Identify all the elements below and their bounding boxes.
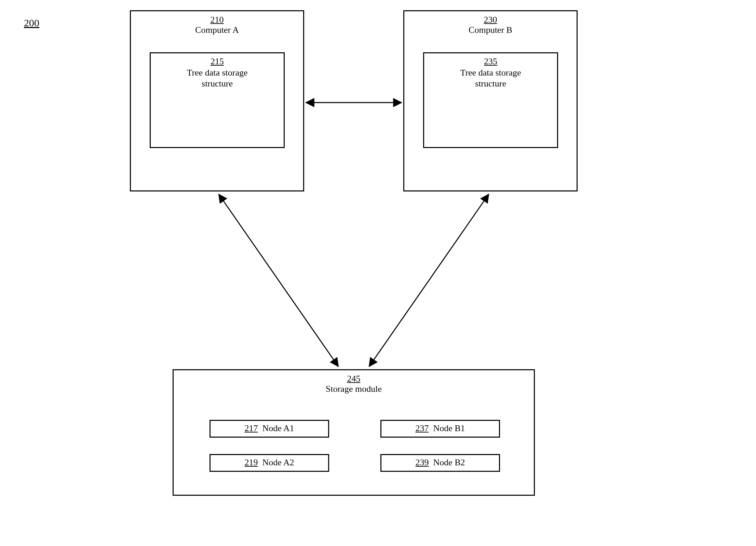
arrow-b-storage bbox=[369, 194, 489, 367]
arrow-a-storage bbox=[219, 194, 338, 367]
computer-b-box: 230 Computer B 235 Tree data storage str… bbox=[403, 10, 578, 191]
node-a2-label: Node A2 bbox=[262, 457, 294, 467]
tree-storage-a-label: 215 Tree data storage structure bbox=[151, 53, 284, 90]
storage-module-num: 245 bbox=[347, 374, 361, 384]
computer-b-num: 230 bbox=[484, 15, 497, 25]
computer-a-label: Computer A bbox=[195, 25, 239, 35]
tree-storage-b-num: 235 bbox=[484, 56, 497, 66]
node-a1-num: 217 bbox=[244, 423, 258, 433]
node-b2-label: Node B2 bbox=[433, 457, 465, 467]
tree-storage-a-line1: Tree data storage bbox=[187, 68, 247, 78]
node-b1-num: 237 bbox=[415, 423, 429, 433]
node-b1-label: Node B1 bbox=[433, 423, 465, 433]
node-a1-box: 217 Node A1 bbox=[210, 420, 329, 438]
node-b2-box: 239 Node B2 bbox=[380, 454, 500, 472]
tree-storage-a-box: 215 Tree data storage structure bbox=[150, 52, 285, 148]
computer-b-label: Computer B bbox=[469, 25, 512, 35]
tree-storage-a-line2: structure bbox=[202, 79, 233, 89]
tree-storage-b-label: 235 Tree data storage structure bbox=[424, 53, 557, 90]
node-a2-box: 219 Node A2 bbox=[210, 454, 329, 472]
computer-b-title: 230 Computer B bbox=[404, 11, 577, 35]
tree-storage-b-line2: structure bbox=[475, 79, 506, 89]
tree-storage-b-line1: Tree data storage bbox=[460, 68, 521, 78]
node-b1-box: 237 Node B1 bbox=[380, 420, 500, 438]
storage-module-title: 245 Storage module bbox=[174, 370, 534, 394]
computer-a-num: 210 bbox=[211, 15, 224, 25]
figure-number: 200 bbox=[24, 17, 39, 29]
node-a1-label: Node A1 bbox=[262, 423, 294, 433]
tree-storage-a-num: 215 bbox=[211, 56, 224, 66]
node-a2-num: 219 bbox=[244, 457, 258, 467]
computer-a-title: 210 Computer A bbox=[131, 11, 303, 35]
storage-module-label: Storage module bbox=[326, 384, 382, 394]
node-b2-num: 239 bbox=[415, 457, 429, 467]
tree-storage-b-box: 235 Tree data storage structure bbox=[423, 52, 558, 148]
diagram-canvas: 200 210 Computer A 215 Tree data storage… bbox=[0, 0, 756, 546]
storage-module-box: 245 Storage module 217 Node A1 219 Node … bbox=[173, 369, 535, 496]
computer-a-box: 210 Computer A 215 Tree data storage str… bbox=[130, 10, 304, 191]
